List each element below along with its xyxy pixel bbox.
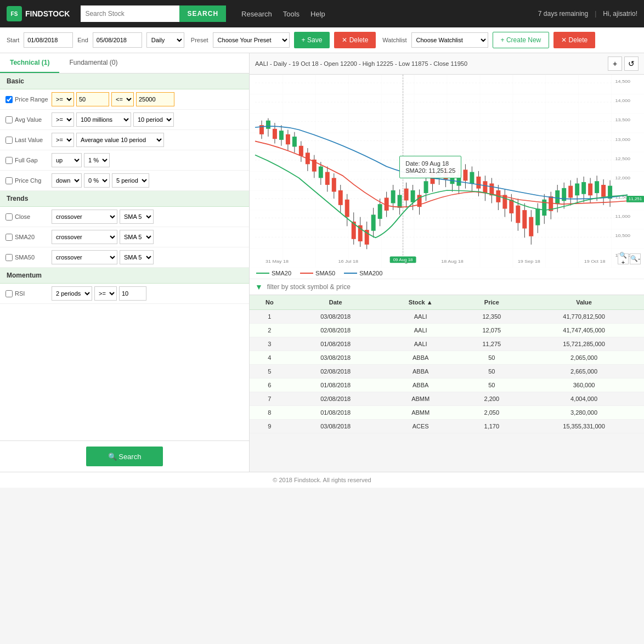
table-row[interactable]: 202/08/2018AALI12,07541,747,405,000 [250,323,644,337]
sma50-target[interactable]: SMA 5 [120,250,154,264]
col-stock[interactable]: Stock ▲ [382,295,460,310]
col-no[interactable]: No [250,295,290,310]
sma50-label[interactable]: SMA50 [5,254,49,261]
price-range-op2[interactable]: <=>= [111,92,134,106]
svg-rect-40 [292,137,297,146]
table-row[interactable]: 502/08/2018ABBA502,665,000 [250,364,644,378]
last-value-desc[interactable]: Average value 10 period [76,133,164,147]
period-select[interactable]: DailyWeeklyMonthly [146,32,184,48]
zoom-out-btn[interactable]: 🔍- [630,253,641,264]
table-cell: 12,075 [460,323,524,337]
price-range-label[interactable]: Price Range [5,96,49,103]
last-value-checkbox[interactable] [5,137,13,144]
last-value-label[interactable]: Last Value [5,137,49,144]
price-chg-checkbox[interactable] [5,177,13,184]
table-cell: 41,747,405,000 [524,323,644,337]
full-gap-checkbox[interactable] [5,157,13,164]
avg-value-label[interactable]: Avg Value [5,116,49,123]
chart-controls: + ↺ [608,57,639,71]
sma50-checkbox[interactable] [5,254,13,261]
price-range-checkbox[interactable] [5,96,13,103]
nav-tools[interactable]: Tools [283,10,300,18]
table-row[interactable]: 403/08/2018ABBA502,065,000 [250,351,644,364]
svg-rect-112 [529,217,533,236]
table-cell: 50 [460,378,524,392]
full-gap-label[interactable]: Full Gap [5,157,49,164]
svg-rect-86 [444,167,448,179]
svg-text:19 Sep 18: 19 Sep 18 [518,259,540,264]
nav-help[interactable]: Help [310,10,325,18]
tab-technical[interactable]: Technical (1) [0,53,59,73]
start-date-input[interactable] [24,32,73,48]
rsi-period[interactable]: 2 periods [52,286,92,301]
zoom-in-btn[interactable]: 🔍+ [618,253,629,264]
svg-rect-94 [470,172,474,184]
rsi-label[interactable]: RSI [5,290,49,297]
table-row[interactable]: 801/08/2018ABMM2,0503,280,000 [250,405,644,419]
col-value[interactable]: Value [524,295,644,310]
data-table: No Date Stock ▲ Price Value 103/08/2018A… [250,295,644,433]
price-chg-pct[interactable]: 0 % [84,173,110,188]
rsi-checkbox[interactable] [5,290,13,297]
col-price[interactable]: Price [460,295,524,310]
sma20-checkbox[interactable] [5,234,13,241]
rsi-value[interactable] [119,286,146,301]
username: Hi, ajisatrio! [603,10,637,18]
col-date[interactable]: Date [290,295,382,310]
close-label[interactable]: Close [5,213,49,221]
table-row[interactable]: 301/08/2018AALI11,27515,721,285,000 [250,337,644,351]
svg-rect-92 [463,170,467,180]
table-row[interactable]: 702/08/2018ABMM2,2004,004,000 [250,392,644,405]
search-button[interactable]: 🔍 Search [86,447,163,466]
chart-plus-btn[interactable]: + [608,57,622,71]
delete-button-1[interactable]: ✕ Delete [334,32,376,48]
price-range-op1[interactable]: >=<= [52,92,74,106]
sma20-condition[interactable]: crossover [52,230,117,244]
price-chg-period[interactable]: 5 period [112,173,149,188]
svg-rect-54 [338,190,343,205]
nav-research[interactable]: Research [241,10,272,18]
full-gap-dir[interactable]: updown [52,153,82,167]
avg-value-checkbox[interactable] [5,116,13,123]
sma20-target[interactable]: SMA 5 [120,230,154,244]
avg-value-amount[interactable]: 100 millions [76,112,131,127]
table-row[interactable]: 601/08/2018ABBA50360,000 [250,378,644,392]
navbar-search-input[interactable] [81,5,179,22]
create-new-button[interactable]: + Create New [493,32,550,48]
filter-avg-value: Avg Value >=<= 100 millions 10 period [0,110,249,130]
table-cell: 03/08/2018 [290,351,382,364]
price-range-val1[interactable] [76,92,109,106]
table-cell: ABBA [382,378,460,392]
chart-reset-btn[interactable]: ↺ [624,57,639,71]
table-filter-input[interactable] [267,283,639,291]
navbar-search-button[interactable]: SEARCH [179,5,226,22]
end-date-input[interactable] [93,32,142,48]
legend-sma20-label: SMA20 [272,270,291,276]
price-range-val2[interactable] [136,92,174,106]
rsi-op[interactable]: >= [94,286,117,301]
sma50-condition[interactable]: crossover [52,250,117,264]
close-checkbox[interactable] [5,213,13,221]
table-scroll[interactable]: No Date Stock ▲ Price Value 103/08/2018A… [250,295,644,472]
tab-fundamental[interactable]: Fundamental (0) [59,53,127,73]
close-condition[interactable]: crossover [52,210,117,224]
preset-select[interactable]: Choose Your Preset [213,32,290,48]
price-chg-label[interactable]: Price Chg [5,177,49,184]
delete-button-2[interactable]: ✕ Delete [553,32,595,48]
full-gap-pct[interactable]: 1 % [84,153,110,167]
price-chg-dir[interactable]: downup [52,173,82,188]
avg-value-op[interactable]: >=<= [52,112,74,127]
close-target[interactable]: SMA 5 [120,210,154,224]
avg-value-period[interactable]: 10 period [133,112,174,127]
svg-rect-120 [555,190,560,204]
watchlist-select[interactable]: Choose Watchlist [411,32,488,48]
last-value-op[interactable]: >= [52,133,74,147]
table-row[interactable]: 103/08/2018AALI12,35041,770,812,500 [250,309,644,323]
filter-price-chg: Price Chg downup 0 % 5 period [0,171,249,191]
save-button[interactable]: + Save [294,32,330,48]
table-row[interactable]: 903/08/2018ACES1,17015,355,331,000 [250,419,644,433]
table-cell: 50 [460,351,524,364]
sma20-label[interactable]: SMA20 [5,234,49,241]
table-cell: AALI [382,323,460,337]
svg-rect-34 [273,129,277,139]
